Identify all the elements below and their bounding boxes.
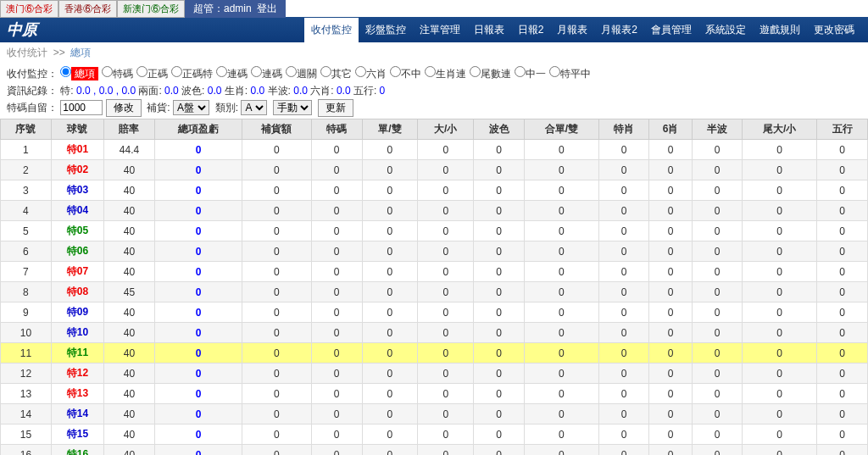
- table-row[interactable]: 10特1040000000000000: [1, 323, 868, 343]
- table-row[interactable]: 2特0240000000000000: [1, 160, 868, 180]
- filter-radio-1[interactable]: 特碼: [102, 68, 133, 80]
- info-val-6: 0: [380, 85, 386, 97]
- filter-radio-3[interactable]: 正碼特: [171, 68, 213, 80]
- breadcrumb-sep: >>: [53, 47, 65, 58]
- nav-item-5[interactable]: 月報表: [550, 18, 594, 42]
- col-header-3[interactable]: 總項盈虧: [154, 119, 242, 140]
- nav-item-1[interactable]: 彩盤監控: [359, 18, 413, 42]
- modify-button[interactable]: 修改: [106, 99, 142, 117]
- table-row[interactable]: 4特0440000000000000: [1, 201, 868, 221]
- cell-val-11: 0: [817, 424, 868, 445]
- filter-radio-12[interactable]: 中一: [515, 68, 546, 80]
- cell-ball: 特15: [51, 424, 103, 445]
- cell-val-10: 0: [743, 424, 817, 445]
- cell-val-8: 0: [649, 180, 692, 201]
- cell-val-7: 0: [598, 160, 649, 180]
- filter-radio-2[interactable]: 正碼: [136, 68, 168, 80]
- col-header-7[interactable]: 大/小: [418, 119, 474, 140]
- col-header-5[interactable]: 特碼: [311, 119, 362, 140]
- col-header-0[interactable]: 序號: [1, 119, 52, 140]
- cell-val-1: 0: [242, 343, 312, 363]
- main-nav: 收付監控彩盤監控注單管理日報表日報2月報表月報表2會員管理系統設定遊戲規則更改密…: [304, 18, 861, 42]
- tab-xinmacau[interactable]: 新澳门⑥合彩: [117, 0, 185, 18]
- cell-val-1: 0: [242, 445, 312, 456]
- info-key-5: 六肖:: [308, 85, 337, 97]
- col-header-9[interactable]: 合單/雙: [525, 119, 599, 140]
- filter-radio-8[interactable]: 六肖: [355, 68, 387, 80]
- filter-radio-10[interactable]: 生肖連: [425, 68, 466, 80]
- refresh-button[interactable]: 更新: [318, 99, 353, 117]
- cell-val-11: 0: [817, 262, 868, 282]
- nav-item-0[interactable]: 收付監控: [304, 18, 359, 42]
- filter-radio-5[interactable]: 連碼: [251, 68, 282, 80]
- cell-seq: 12: [1, 363, 52, 384]
- table-row[interactable]: 1特0144.4000000000000: [1, 140, 868, 160]
- filter-radio-9[interactable]: 不中: [390, 68, 421, 80]
- cell-val-4: 0: [418, 241, 474, 262]
- tab-hongkong[interactable]: 香港⑥合彩: [58, 0, 117, 18]
- col-header-8[interactable]: 波色: [474, 119, 525, 140]
- type-select[interactable]: A: [241, 100, 267, 115]
- filter-radio-6[interactable]: 週關: [286, 68, 317, 80]
- filter-radio-0[interactable]: 總項: [60, 68, 98, 80]
- cell-val-1: 0: [242, 221, 312, 241]
- nav-item-6[interactable]: 月報表2: [594, 18, 644, 42]
- col-header-6[interactable]: 單/雙: [362, 119, 418, 140]
- cell-val-11: 0: [817, 343, 868, 363]
- col-header-13[interactable]: 尾大/小: [743, 119, 817, 140]
- table-row[interactable]: 16特1640000000000000: [1, 445, 868, 456]
- auto-value-input[interactable]: [60, 100, 103, 115]
- table-row[interactable]: 13特1340000000000000: [1, 384, 868, 404]
- col-header-12[interactable]: 半波: [692, 119, 743, 140]
- cell-val-1: 0: [242, 282, 312, 302]
- manual-select[interactable]: 手動: [273, 100, 312, 115]
- table-row[interactable]: 12特1240000000000000: [1, 363, 868, 384]
- cell-val-0: 0: [154, 140, 242, 160]
- table-row[interactable]: 15特1540000000000000: [1, 424, 868, 445]
- cell-val-7: 0: [598, 140, 649, 160]
- table-row[interactable]: 11特1140000000000000: [1, 343, 868, 363]
- cell-val-2: 0: [311, 302, 362, 323]
- info-key-0: 特:: [60, 85, 76, 97]
- filter-radio-7[interactable]: 其它: [320, 68, 352, 80]
- cell-val-5: 0: [474, 302, 525, 323]
- cell-val-5: 0: [474, 201, 525, 221]
- nav-item-3[interactable]: 日報表: [467, 18, 511, 42]
- table-row[interactable]: 5特0540000000000000: [1, 221, 868, 241]
- table-row[interactable]: 6特0640000000000000: [1, 241, 868, 262]
- nav-item-7[interactable]: 會員管理: [644, 18, 698, 42]
- brand-logo: 中原: [7, 19, 37, 40]
- table-row[interactable]: 3特0340000000000000: [1, 180, 868, 201]
- info-key-3: 生肖:: [221, 85, 250, 97]
- col-header-1[interactable]: 球號: [51, 119, 103, 140]
- nav-item-10[interactable]: 更改密碼: [807, 18, 861, 42]
- nav-item-4[interactable]: 日報2: [511, 18, 551, 42]
- logout-link[interactable]: 登出: [257, 3, 277, 14]
- cell-val-2: 0: [311, 404, 362, 424]
- filter-radio-4[interactable]: 連碼: [216, 68, 248, 80]
- col-header-14[interactable]: 五行: [817, 119, 868, 140]
- cell-ball: 特14: [51, 404, 103, 424]
- filter-radio-11[interactable]: 尾數連: [470, 68, 511, 80]
- cell-seq: 4: [1, 201, 52, 221]
- col-header-10[interactable]: 特肖: [598, 119, 649, 140]
- table-row[interactable]: 14特1440000000000000: [1, 404, 868, 424]
- col-header-2[interactable]: 賠率: [104, 119, 155, 140]
- info-key-4: 半波:: [264, 85, 293, 97]
- col-header-4[interactable]: 補貨額: [242, 119, 312, 140]
- table-row[interactable]: 8特0845000000000000: [1, 282, 868, 302]
- table-row[interactable]: 9特0940000000000000: [1, 302, 868, 323]
- col-header-11[interactable]: 6肖: [649, 119, 692, 140]
- cell-ball: 特01: [51, 140, 103, 160]
- filter-radio-13[interactable]: 特平中: [549, 68, 591, 80]
- nav-item-9[interactable]: 遊戲規則: [753, 18, 807, 42]
- cell-val-11: 0: [817, 140, 868, 160]
- cell-ball: 特04: [51, 201, 103, 221]
- table-row[interactable]: 7特0740000000000000: [1, 262, 868, 282]
- nav-item-2[interactable]: 注單管理: [413, 18, 467, 42]
- cell-val-5: 0: [474, 241, 525, 262]
- bupan-select[interactable]: A盤: [173, 100, 209, 115]
- tab-macau[interactable]: 澳门⑥合彩: [0, 0, 58, 18]
- nav-item-8[interactable]: 系統設定: [698, 18, 753, 42]
- breadcrumb-root[interactable]: 收付统计: [7, 47, 47, 58]
